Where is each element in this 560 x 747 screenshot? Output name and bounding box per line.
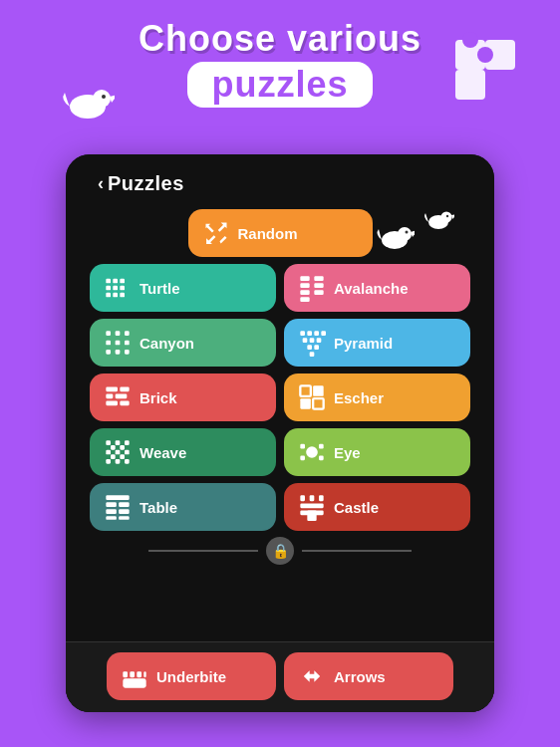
headline-line1: Choose various [0, 18, 560, 60]
canyon-label: Canyon [140, 335, 194, 352]
svg-rect-73 [116, 459, 121, 464]
avalanche-icon [298, 274, 326, 302]
table-label: Table [140, 499, 177, 516]
svg-rect-90 [300, 504, 323, 509]
puzzle-btn-arrows[interactable]: Arrows [284, 652, 453, 700]
underbite-icon [121, 662, 148, 690]
svg-rect-29 [300, 297, 309, 302]
svg-rect-48 [317, 338, 322, 343]
svg-rect-97 [143, 671, 145, 677]
bird-inner-decoration-2 [422, 209, 454, 231]
puzzle-btn-eye[interactable]: Eye [284, 428, 470, 476]
random-label: Random [238, 225, 298, 242]
device-inner: ‹ Puzzles [66, 154, 494, 712]
puzzle-btn-weave[interactable]: Weave [90, 428, 276, 476]
puzzle-btn-underbite[interactable]: Underbite [107, 652, 276, 700]
svg-rect-24 [113, 293, 118, 298]
puzzle-btn-canyon[interactable]: Canyon [90, 319, 276, 367]
svg-rect-61 [313, 398, 324, 409]
svg-rect-95 [130, 671, 135, 677]
puzzle-btn-turtle[interactable]: Turtle [90, 264, 276, 312]
puzzle-btn-brick[interactable]: Brick [90, 374, 276, 421]
puzzle-btn-escher[interactable]: Escher [284, 374, 470, 421]
svg-rect-65 [111, 445, 116, 450]
svg-rect-35 [125, 331, 130, 336]
puzzle-btn-avalanche[interactable]: Avalanche [284, 264, 470, 312]
svg-rect-77 [319, 444, 324, 449]
bottom-bar: Underbite Arrows [66, 641, 494, 712]
svg-point-12 [406, 231, 409, 234]
svg-rect-34 [116, 331, 121, 336]
svg-rect-59 [313, 385, 324, 396]
svg-point-14 [441, 212, 452, 223]
svg-rect-44 [314, 331, 319, 336]
svg-rect-57 [120, 401, 129, 406]
svg-rect-68 [116, 450, 121, 455]
weave-icon [104, 438, 132, 466]
headline-line2-wrap: puzzles [187, 62, 372, 108]
escher-label: Escher [334, 389, 384, 406]
svg-rect-49 [307, 345, 312, 350]
back-label: Puzzles [108, 172, 184, 195]
svg-rect-92 [307, 511, 316, 522]
device-frame: ‹ Puzzles [66, 154, 494, 712]
svg-rect-89 [319, 495, 324, 501]
puzzle-btn-castle[interactable]: Castle [284, 483, 470, 531]
arrows-label: Arrows [334, 668, 386, 685]
svg-rect-30 [314, 276, 323, 281]
svg-rect-18 [113, 279, 118, 284]
svg-rect-53 [120, 387, 129, 392]
turtle-icon [104, 274, 132, 302]
svg-marker-15 [451, 214, 454, 219]
svg-rect-69 [125, 450, 130, 455]
svg-rect-52 [106, 387, 118, 392]
escher-icon [298, 383, 326, 411]
svg-rect-71 [120, 454, 125, 459]
pyramid-icon [298, 329, 326, 357]
svg-rect-27 [300, 283, 309, 288]
puzzle-btn-table[interactable]: Table [90, 483, 276, 531]
svg-rect-43 [307, 331, 312, 336]
svg-rect-21 [113, 286, 118, 291]
puzzle-btn-pyramid[interactable]: Pyramid [284, 319, 470, 367]
svg-rect-82 [119, 502, 130, 507]
lock-line-left [148, 550, 258, 552]
svg-rect-70 [111, 454, 116, 459]
svg-rect-60 [300, 398, 311, 409]
svg-rect-56 [106, 401, 118, 406]
lock-icon: 🔒 [266, 537, 294, 565]
svg-rect-84 [119, 509, 130, 514]
svg-rect-37 [116, 341, 121, 346]
svg-rect-50 [314, 345, 319, 350]
svg-point-10 [398, 227, 412, 241]
back-nav[interactable]: ‹ Puzzles [82, 154, 478, 201]
random-icon [202, 219, 230, 247]
turtle-label: Turtle [140, 280, 180, 297]
svg-rect-72 [106, 459, 111, 464]
svg-rect-62 [106, 440, 111, 445]
svg-rect-22 [120, 286, 125, 291]
puzzle-row-1: Turtle Avalanche [90, 264, 470, 312]
svg-rect-41 [125, 350, 130, 355]
puzzle-btn-random[interactable]: Random [188, 209, 373, 257]
eye-label: Eye [334, 444, 361, 461]
svg-rect-80 [106, 495, 129, 500]
svg-rect-33 [106, 331, 111, 336]
weave-label: Weave [140, 444, 186, 461]
underbite-label: Underbite [156, 668, 226, 685]
svg-rect-51 [310, 352, 315, 357]
svg-rect-19 [120, 279, 125, 284]
brick-icon [104, 383, 132, 411]
svg-rect-17 [106, 279, 111, 284]
puzzle-row-5: Table Castle [90, 483, 470, 531]
svg-rect-93 [123, 678, 145, 687]
svg-rect-32 [314, 290, 323, 295]
svg-rect-42 [300, 331, 305, 336]
svg-rect-47 [310, 338, 315, 343]
svg-rect-64 [125, 440, 130, 445]
svg-rect-83 [106, 509, 117, 514]
svg-rect-66 [120, 445, 125, 450]
castle-label: Castle [334, 499, 379, 516]
puzzle-row-4: Weave Eye [90, 428, 470, 476]
svg-rect-94 [123, 671, 128, 677]
